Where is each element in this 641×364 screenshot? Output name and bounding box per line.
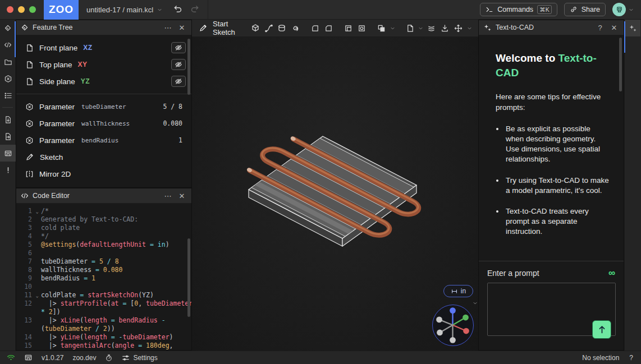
feature-tree-item-plane[interactable]: Side planeYZ xyxy=(16,73,191,90)
feature-tree-item-parameter[interactable]: ParameterbendRadius1 xyxy=(16,132,191,149)
code-line: 3cold plate xyxy=(16,224,191,232)
commands-button[interactable]: Commands ⌘K xyxy=(480,3,557,16)
fold-chevron-icon[interactable]: ⌄ xyxy=(36,292,39,300)
network-status-icon[interactable] xyxy=(7,353,15,362)
feature-tree-icon xyxy=(4,24,12,32)
submit-prompt-button[interactable] xyxy=(592,320,611,339)
3d-viewport[interactable]: Start Sketch xyxy=(192,20,478,351)
user-menu[interactable] xyxy=(612,3,634,16)
feature-tree-item-parameter[interactable]: ParameterwallThickness0.080 xyxy=(16,115,191,132)
feature-tree-item-parameter[interactable]: ParametertubeDiameter5 / 8 xyxy=(16,98,191,115)
feature-tree-item-mirror-2d[interactable]: Mirror 2D xyxy=(16,165,191,182)
share-button[interactable]: Share xyxy=(564,3,606,16)
feature-tree-item-sketch[interactable]: Sketch xyxy=(16,149,191,165)
code-text: |> yLine(length = -tubeDiameter) xyxy=(35,333,173,342)
rail-button-file-share[interactable] xyxy=(0,128,16,145)
toggle-visibility-button[interactable] xyxy=(171,59,186,70)
redo-button[interactable] xyxy=(190,4,201,15)
sparkle-icon xyxy=(629,24,637,33)
plane-axis-badge: XY xyxy=(78,61,88,68)
hole-tool-button[interactable] xyxy=(356,21,368,35)
rail-button-machine[interactable] xyxy=(0,145,16,162)
sketch-icon xyxy=(25,153,34,162)
rail-button-sparkle[interactable] xyxy=(625,20,640,36)
rail-button-feature-tree[interactable] xyxy=(0,20,16,36)
extrude-tool-button[interactable] xyxy=(250,21,261,35)
code-text: @settings(defaultLengthUnit = in) xyxy=(35,241,170,249)
code-text: bendRadius = 1 xyxy=(35,274,95,283)
app-version[interactable]: v1.0.27 xyxy=(42,354,63,362)
project-menu[interactable]: untitled-17 / main.kcl xyxy=(86,6,163,14)
parameter-icon xyxy=(25,103,34,111)
feature-tree-panel: Feature Tree ⋯ ✕ Front planeXZTop planeX… xyxy=(16,20,192,188)
orientation-gizmo[interactable] xyxy=(432,305,474,346)
code-line: 9bendRadius = 1 xyxy=(16,274,191,283)
revolve-tool-button[interactable] xyxy=(277,21,288,35)
fillet-tool-button[interactable] xyxy=(310,21,321,35)
insert-tool-button[interactable] xyxy=(439,21,451,35)
parameter-name: tubeDiameter xyxy=(81,103,126,110)
boolean-tool-button[interactable] xyxy=(376,21,387,35)
chamfer-tool-button[interactable] xyxy=(323,21,335,35)
fold-chevron-icon[interactable]: ⌄ xyxy=(36,208,39,216)
minimize-window-button[interactable] xyxy=(18,6,25,13)
tips-scrollbar[interactable] xyxy=(619,38,622,91)
tool-dropdown-chevron-icon[interactable] xyxy=(466,25,473,31)
panel-menu-button[interactable]: ⋯ xyxy=(163,22,173,33)
zoo-logo[interactable]: ZOO xyxy=(44,0,79,20)
rail-button-logs[interactable] xyxy=(0,87,16,104)
gizmo-menu-chevron-icon[interactable] xyxy=(472,300,478,306)
rail-button-code[interactable] xyxy=(0,36,16,53)
rail-button-variables[interactable] xyxy=(0,70,16,87)
timer-icon[interactable] xyxy=(105,354,113,362)
shell-tool-button[interactable] xyxy=(343,21,354,35)
units-button[interactable]: in xyxy=(443,285,473,297)
code-editor-scrollbar[interactable] xyxy=(187,238,190,317)
settings-button[interactable]: Settings xyxy=(122,354,157,362)
help-status-button[interactable]: ? xyxy=(629,354,633,362)
feature-tree-scrollbar[interactable] xyxy=(187,39,190,95)
panel-menu-button[interactable]: ⋯ xyxy=(163,191,173,201)
window-controls xyxy=(0,6,44,13)
eye-slash-icon xyxy=(175,77,182,85)
infinity-icon: ∞ xyxy=(608,268,615,278)
right-rail-active-indicator xyxy=(624,21,625,53)
line-number: 1⌄ xyxy=(16,207,35,215)
sweep-tool-button[interactable] xyxy=(263,21,274,35)
feature-tree-item-plane[interactable]: Top planeXY xyxy=(16,56,191,73)
close-panel-button[interactable]: ✕ xyxy=(177,22,187,33)
machine-icon[interactable] xyxy=(24,353,33,362)
toggle-visibility-button[interactable] xyxy=(171,42,186,53)
feature-tree-item-plane[interactable]: Front planeXZ xyxy=(16,39,191,56)
close-panel-button[interactable]: ✕ xyxy=(609,22,619,33)
rail-button-alert[interactable] xyxy=(0,162,16,178)
eye-slash-icon xyxy=(175,61,182,68)
line-number: 15 xyxy=(16,342,35,350)
maximize-window-button[interactable] xyxy=(29,6,36,13)
feature-label: Mirror 2D xyxy=(39,170,71,178)
code-line: 15 |> tangentialArc(angle = 180deg, xyxy=(16,342,191,350)
tool-dropdown-chevron-icon[interactable] xyxy=(390,25,396,31)
boolean-icon xyxy=(377,24,386,33)
move-tool-button[interactable] xyxy=(453,21,464,35)
cold-plate-model[interactable] xyxy=(192,37,478,351)
plane-tool-button[interactable] xyxy=(404,21,415,35)
rail-button-file-export[interactable] xyxy=(0,111,16,128)
help-button[interactable]: ? xyxy=(595,22,605,33)
line-number: 9 xyxy=(16,274,35,283)
close-panel-button[interactable]: ✕ xyxy=(177,191,187,201)
rail-button-folder[interactable] xyxy=(0,53,16,70)
undo-button[interactable] xyxy=(173,4,184,15)
alert-icon xyxy=(4,166,12,174)
code-editor-content[interactable]: 1⌄/*2Generated by Text-to-CAD:3cold plat… xyxy=(16,204,191,350)
tool-dropdown-chevron-icon[interactable] xyxy=(418,25,424,31)
code-line: 11⌄coldPlate = startSketchOn(YZ) xyxy=(16,291,191,300)
loft-tool-button[interactable] xyxy=(290,21,301,35)
close-window-button[interactable] xyxy=(7,6,13,13)
variables-icon xyxy=(4,75,12,83)
pencil-icon xyxy=(199,24,208,33)
start-sketch-button[interactable]: Start Sketch xyxy=(198,20,248,36)
toggle-visibility-button[interactable] xyxy=(171,76,186,87)
helix-tool-button[interactable] xyxy=(426,21,437,35)
zoo-dev-link[interactable]: zoo.dev xyxy=(72,354,96,362)
